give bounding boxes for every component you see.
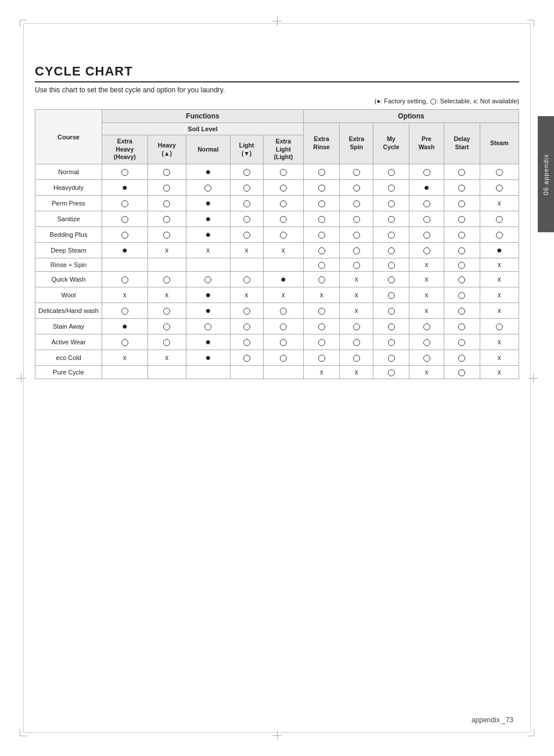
cell-value: x bbox=[409, 303, 444, 319]
corner-mark-tl bbox=[20, 20, 27, 27]
cell-value bbox=[444, 243, 480, 258]
cell-value bbox=[304, 272, 340, 287]
course-name: Sanitize bbox=[35, 211, 102, 227]
cell-value bbox=[373, 180, 409, 196]
cell-value: x bbox=[480, 334, 519, 350]
cell-value bbox=[444, 211, 480, 227]
cell-value bbox=[230, 164, 263, 180]
cell-value: x bbox=[409, 366, 444, 379]
cell-value bbox=[480, 319, 519, 334]
cell-value bbox=[263, 258, 303, 272]
cycle-table: Course Functions Options Soil Level Extr… bbox=[35, 109, 519, 379]
cell-value bbox=[340, 211, 373, 227]
crosshair-right bbox=[528, 373, 538, 383]
cell-value bbox=[148, 211, 186, 227]
cell-value: x bbox=[102, 287, 148, 303]
table-row: Quick Wash●xxx bbox=[35, 272, 519, 287]
cell-value: x bbox=[230, 243, 263, 258]
cell-value: x bbox=[480, 272, 519, 287]
page-title: CYCLE CHART bbox=[35, 64, 519, 82]
cell-value: x bbox=[480, 303, 519, 319]
cell-value: x bbox=[148, 243, 186, 258]
cell-value bbox=[102, 164, 148, 180]
cell-value bbox=[304, 196, 340, 211]
cell-value bbox=[444, 334, 480, 350]
cell-value: ● bbox=[409, 180, 444, 196]
cell-value bbox=[230, 366, 263, 379]
cell-value bbox=[263, 366, 303, 379]
course-name: Deep Steam bbox=[35, 243, 102, 258]
crosshair-top bbox=[272, 16, 282, 26]
cell-value: ● bbox=[102, 319, 148, 334]
cell-value: ● bbox=[186, 287, 230, 303]
cell-value bbox=[263, 211, 303, 227]
cell-value bbox=[444, 287, 480, 303]
cell-value bbox=[304, 319, 340, 334]
cell-value bbox=[373, 303, 409, 319]
cell-value bbox=[186, 366, 230, 379]
cell-value bbox=[102, 272, 148, 287]
cell-value bbox=[444, 272, 480, 287]
cell-value bbox=[340, 334, 373, 350]
pre-wash-header: PreWash bbox=[409, 123, 444, 164]
extra-spin-header: ExtraSpin bbox=[340, 123, 373, 164]
course-name: Quick Wash bbox=[35, 272, 102, 287]
cell-value: x bbox=[304, 287, 340, 303]
table-row: Woolxx●xxxxxx bbox=[35, 287, 519, 303]
cell-value bbox=[444, 227, 480, 243]
cell-value bbox=[230, 319, 263, 334]
cell-value bbox=[409, 227, 444, 243]
functions-header: Functions bbox=[102, 110, 304, 123]
course-name: Heavyduty bbox=[35, 180, 102, 196]
cell-value bbox=[340, 164, 373, 180]
cell-value bbox=[186, 319, 230, 334]
cell-value: x bbox=[340, 366, 373, 379]
crosshair-bottom bbox=[272, 730, 282, 740]
cell-value bbox=[373, 319, 409, 334]
cell-value bbox=[444, 258, 480, 272]
cell-value bbox=[444, 350, 480, 366]
course-name: Delicates/Hand wash bbox=[35, 303, 102, 319]
cell-value: x bbox=[102, 350, 148, 366]
cell-value bbox=[102, 196, 148, 211]
cell-value: ● bbox=[102, 243, 148, 258]
corner-mark-br bbox=[527, 729, 534, 736]
sidebar-tab: 06 appendix bbox=[538, 116, 554, 232]
cell-value: x bbox=[480, 196, 519, 211]
cell-value: ● bbox=[480, 243, 519, 258]
cell-value bbox=[186, 180, 230, 196]
cell-value: x bbox=[480, 258, 519, 272]
cell-value bbox=[373, 211, 409, 227]
cell-value: x bbox=[340, 272, 373, 287]
my-cycle-header: MyCycle bbox=[373, 123, 409, 164]
course-header: Course bbox=[35, 110, 102, 164]
cell-value: ● bbox=[186, 227, 230, 243]
cell-value: x bbox=[409, 258, 444, 272]
cell-value bbox=[148, 180, 186, 196]
page-footer: appendix _73 bbox=[472, 716, 513, 724]
cell-value bbox=[373, 227, 409, 243]
cell-value bbox=[444, 180, 480, 196]
normal-header: Normal bbox=[186, 135, 230, 164]
cell-value bbox=[373, 272, 409, 287]
course-name: Normal bbox=[35, 164, 102, 180]
cell-value bbox=[102, 227, 148, 243]
cell-value bbox=[230, 272, 263, 287]
cell-value bbox=[340, 243, 373, 258]
course-name: Wool bbox=[35, 287, 102, 303]
cell-value bbox=[304, 227, 340, 243]
cell-value: x bbox=[340, 303, 373, 319]
cell-value bbox=[409, 243, 444, 258]
cell-value bbox=[148, 227, 186, 243]
cell-value bbox=[148, 258, 186, 272]
cell-value bbox=[409, 164, 444, 180]
cell-value bbox=[373, 164, 409, 180]
cell-value: x bbox=[480, 350, 519, 366]
table-row: Pure Cyclexxxx bbox=[35, 366, 519, 379]
cell-value bbox=[148, 319, 186, 334]
cell-value bbox=[304, 243, 340, 258]
delay-start-header: DelayStart bbox=[444, 123, 480, 164]
cell-value bbox=[263, 334, 303, 350]
cell-value bbox=[480, 164, 519, 180]
cell-value bbox=[444, 303, 480, 319]
